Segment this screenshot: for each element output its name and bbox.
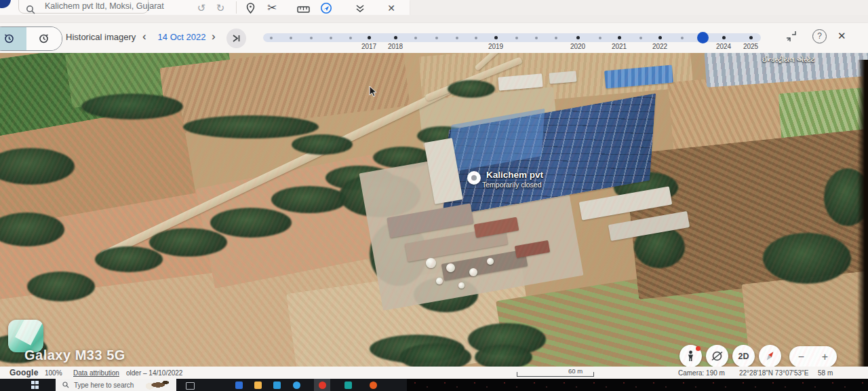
google-logo: Google [9, 368, 39, 377]
zoom-in-button[interactable]: + [822, 351, 828, 363]
coordinates: 22°28'18"N 73°07'53"E [739, 369, 808, 377]
close-historical-button[interactable]: ✕ [837, 29, 846, 43]
timeline-dot[interactable] [475, 37, 477, 39]
tree-cluster [271, 186, 347, 213]
timeline-year-label: 2022 [646, 43, 673, 50]
close-search-icon[interactable]: ✕ [384, 0, 399, 14]
place-title[interactable]: Kalichem pvt [486, 170, 543, 180]
place-status: Temporarily closed [482, 181, 542, 189]
photo-dark-edge [857, 60, 868, 367]
tree-cluster [763, 233, 851, 284]
timeline-year-label: 2018 [382, 43, 409, 50]
timeline-dot-year[interactable] [722, 36, 726, 39]
timeline-year-label: 2025 [737, 43, 764, 50]
tree-cluster [95, 246, 163, 272]
taskbar-app-icon[interactable] [344, 381, 352, 389]
collapse-double-chevron-icon[interactable] [353, 0, 368, 14]
scissors-slice-icon[interactable]: ✂ [264, 0, 279, 14]
storage-tank [458, 282, 465, 288]
photographed-monitor-screen: Kalichem pvt ltd, Moksi, Gujarat ↺ ↻ ✂ ✕ [0, 0, 868, 391]
timeline-dot[interactable] [310, 37, 313, 39]
satellite-map-view[interactable]: Kalichem pvt Temporarily closed ઈન્ડસ્ટ્… [0, 53, 868, 367]
history-active-button[interactable] [0, 27, 26, 50]
top-search-bar: Kalichem pvt ltd, Moksi, Gujarat ↺ ↻ ✂ ✕ [0, 0, 868, 15]
search-icon [23, 0, 38, 14]
history-mode-toggle [0, 26, 62, 51]
region-label: ઈન્ડસ્ટ્રીયલ એસ્ટેટ [762, 56, 815, 64]
expand-panel-icon[interactable] [785, 31, 797, 45]
search-value[interactable]: Kalichem pvt ltd, Moksi, Gujarat [45, 1, 164, 11]
camera-altitude: Camera: 190 m [678, 369, 725, 377]
timeline-dot-year[interactable] [618, 36, 621, 39]
timeline-dot[interactable] [639, 37, 642, 39]
taskview-icon[interactable] [186, 382, 195, 390]
timeline-dot[interactable] [535, 37, 538, 39]
camera-watermark: Galaxy M33 5G [24, 348, 125, 363]
timeline-dot[interactable] [270, 37, 273, 39]
timeline-dot[interactable] [435, 37, 438, 39]
timeline-year-label: 2019 [482, 43, 509, 50]
timeline-dot-year[interactable] [394, 36, 397, 39]
timeline-dot[interactable] [290, 37, 292, 39]
timeline-dot[interactable] [599, 37, 601, 39]
timeline-dot[interactable] [330, 37, 332, 39]
tree-cluster [448, 80, 495, 98]
2d-mode-button[interactable]: 2D [732, 345, 755, 367]
photo-black-corner [407, 379, 868, 391]
historical-imagery-label: Historical imagery [66, 32, 136, 42]
timeline-dot[interactable] [515, 37, 518, 39]
next-date-chevron[interactable]: › [212, 30, 216, 43]
timeline-dot[interactable] [456, 37, 458, 39]
windows-taskbar: Type here to search [0, 379, 868, 391]
timeline-selected-dot[interactable] [697, 32, 709, 43]
timeline-dot[interactable] [414, 37, 417, 39]
tree-cluster [292, 134, 353, 155]
previous-date-chevron[interactable]: ‹ [142, 30, 146, 43]
skip-to-latest-button[interactable] [226, 29, 246, 48]
scale-bar [517, 372, 594, 377]
mouse-cursor [369, 86, 378, 100]
taskbar-app-icon[interactable] [319, 381, 326, 389]
storage-tank [487, 258, 494, 265]
tree-cluster [183, 115, 319, 138]
search-card: Kalichem pvt ltd, Moksi, Gujarat ↺ ↻ ✂ ✕ [0, 0, 410, 15]
taskbar-app-icon[interactable] [370, 381, 377, 389]
storage-tank [446, 263, 455, 272]
zoom-percentage: 100% [45, 369, 62, 377]
timeline-dot-year[interactable] [658, 36, 662, 39]
compass-button[interactable] [759, 345, 781, 367]
taskbar-app-icon[interactable] [254, 381, 262, 389]
ruler-measure-icon[interactable] [296, 0, 311, 14]
timeline-dot-year[interactable] [494, 36, 498, 39]
orbit-gyro-button[interactable] [706, 345, 728, 367]
history-refresh-button[interactable] [26, 27, 62, 50]
timeline-dot[interactable] [681, 37, 684, 39]
timeline-dot-year[interactable] [368, 36, 371, 39]
help-button[interactable]: ? [812, 29, 827, 43]
storage-tank [469, 268, 477, 276]
storage-tank [426, 258, 436, 268]
windows-start-button[interactable] [31, 381, 39, 389]
timeline-dot-year[interactable] [576, 36, 580, 39]
redo-icon[interactable]: ↻ [213, 0, 228, 14]
timeline-dot[interactable] [349, 37, 352, 39]
google-earth-logo[interactable] [0, 0, 11, 8]
timeline-dot-year[interactable] [749, 36, 753, 39]
timeline-track[interactable] [263, 33, 761, 42]
search-highlight-bird-image[interactable] [138, 379, 176, 391]
selected-date[interactable]: 14 Oct 2022 [155, 32, 209, 42]
zoom-out-button[interactable]: − [798, 351, 804, 363]
undo-icon[interactable]: ↺ [194, 0, 209, 14]
pegman-streetview-button[interactable] [679, 345, 702, 367]
place-marker-icon[interactable] [467, 171, 481, 185]
taskbar-app-icon[interactable] [293, 381, 300, 389]
data-attribution-link[interactable]: Data attribution [73, 369, 119, 377]
timeline-dot[interactable] [555, 37, 557, 39]
taskbar-app-icon[interactable] [235, 381, 243, 389]
taskbar-app-icon[interactable] [273, 381, 281, 389]
timeline-year-label: 2024 [710, 43, 737, 50]
tree-cluster [400, 343, 471, 367]
placemark-pin-icon[interactable] [243, 0, 258, 14]
zoom-control: − + [789, 346, 837, 367]
fly-globe-icon[interactable] [319, 0, 334, 14]
